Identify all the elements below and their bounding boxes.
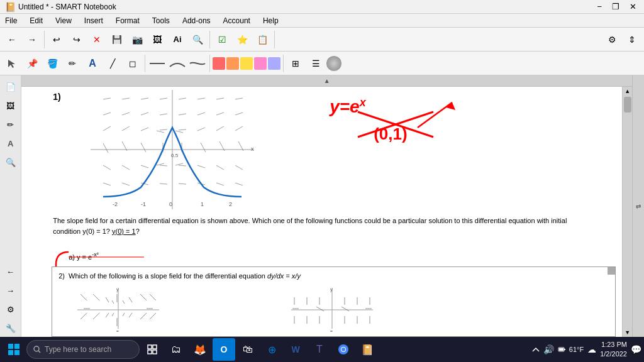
- color-red[interactable]: [213, 57, 225, 70]
- sidebar-new-page[interactable]: 📄: [2, 78, 19, 96]
- svg-marker-3: [8, 60, 15, 68]
- resize-handle[interactable]: [608, 267, 615, 275]
- menu-view[interactable]: View: [53, 15, 74, 26]
- pen-tool[interactable]: ✏: [63, 54, 82, 73]
- scroll-thumb[interactable]: [624, 97, 631, 112]
- right-panel-btn[interactable]: ⇄: [636, 203, 641, 210]
- delete-button[interactable]: ✕: [87, 30, 106, 49]
- svg-line-28: [235, 112, 243, 115]
- slope-field-graph: 0 -1 -2 1 2 x: [91, 90, 254, 209]
- sidebar-tools[interactable]: 🔧: [2, 319, 19, 337]
- svg-text:-1: -1: [141, 201, 146, 207]
- color-orange[interactable]: [226, 57, 239, 70]
- stamp-tool[interactable]: 📌: [23, 54, 42, 73]
- close-button[interactable]: ✕: [627, 2, 639, 11]
- menu-account[interactable]: Account: [221, 15, 253, 26]
- svg-line-63: [157, 163, 164, 165]
- color-yellow[interactable]: [240, 57, 253, 70]
- restore-button[interactable]: ❐: [609, 2, 622, 11]
- svg-line-22: [122, 112, 130, 115]
- zoom-button[interactable]: 🔍: [188, 30, 207, 49]
- svg-text:0.5: 0.5: [171, 153, 179, 158]
- ai-button[interactable]: Ai: [168, 30, 187, 49]
- taskbar-store[interactable]: 🛍: [236, 338, 259, 361]
- taskbar-explorer[interactable]: 🗂: [165, 338, 187, 361]
- select-tool[interactable]: [3, 54, 21, 73]
- fade-button[interactable]: [326, 56, 341, 71]
- menu-addons[interactable]: Add-ons: [180, 15, 213, 26]
- bars-button[interactable]: ☰: [306, 54, 325, 73]
- taskbar-edge[interactable]: ⊕: [260, 338, 283, 361]
- save-button[interactable]: [108, 30, 126, 49]
- line-style-curve1[interactable]: [168, 54, 187, 73]
- sidebar-search[interactable]: 🔍: [2, 153, 19, 171]
- svg-line-33: [179, 129, 186, 130]
- taskbar-outlook[interactable]: O: [213, 338, 235, 361]
- menu-insert[interactable]: Insert: [82, 15, 106, 26]
- check-button[interactable]: ☑: [213, 30, 231, 49]
- sidebar-gallery[interactable]: 🖼: [2, 97, 19, 114]
- sidebar-nav-left[interactable]: ←: [2, 263, 19, 280]
- line-style-straight[interactable]: [148, 54, 167, 73]
- menu-tools[interactable]: Tools: [150, 15, 172, 26]
- text-tool[interactable]: A: [83, 54, 102, 73]
- gallery-button[interactable]: 🖼: [148, 30, 167, 49]
- svg-point-122: [34, 346, 39, 351]
- svg-text:5: 5: [330, 329, 333, 332]
- volume-icon[interactable]: 🔊: [543, 344, 554, 354]
- task-view-button[interactable]: [141, 338, 164, 361]
- eraser-tool[interactable]: ◻: [123, 54, 142, 73]
- search-bar[interactable]: Type here to search: [26, 340, 140, 359]
- svg-line-57: [179, 184, 186, 184]
- line-tool[interactable]: ╱: [103, 54, 122, 73]
- taskbar-teams[interactable]: T: [308, 338, 331, 361]
- sidebar-nav-right[interactable]: →: [2, 282, 19, 299]
- back-button[interactable]: ←: [3, 30, 21, 49]
- scroll-up-arrow[interactable]: ▲: [623, 87, 631, 96]
- fill-tool[interactable]: 🪣: [43, 54, 62, 73]
- start-button[interactable]: [3, 338, 25, 361]
- svg-line-13: [103, 98, 111, 99]
- taskbar-smartnotebook[interactable]: 📔: [356, 338, 379, 361]
- clock: 1:23 PM 1/2/2022: [600, 340, 627, 359]
- menu-help[interactable]: Help: [260, 15, 281, 26]
- camera-button[interactable]: 📷: [128, 30, 147, 49]
- svg-line-82: [129, 297, 132, 302]
- scroll-button[interactable]: ⇕: [623, 30, 641, 49]
- canvas[interactable]: 1) 0 -1 -2 1 2 x: [21, 87, 622, 337]
- sidebar-text[interactable]: A: [2, 134, 19, 152]
- color-pink[interactable]: [254, 57, 267, 70]
- menu-file[interactable]: File: [3, 15, 19, 26]
- vertical-scrollbar[interactable]: ▲ ▼: [622, 87, 632, 337]
- pages-button[interactable]: 📋: [253, 30, 272, 49]
- menu-edit[interactable]: Edit: [27, 15, 45, 26]
- minimize-button[interactable]: −: [594, 2, 604, 11]
- redo-button[interactable]: ↪: [67, 30, 86, 49]
- grid-button[interactable]: ⊞: [286, 54, 305, 73]
- settings-button[interactable]: ⚙: [602, 30, 621, 49]
- undo-button[interactable]: ↩: [47, 30, 66, 49]
- svg-line-77: [80, 294, 87, 300]
- scroll-top-bar: ▲: [21, 75, 632, 87]
- menu-format[interactable]: Format: [113, 15, 142, 26]
- svg-rect-126: [148, 350, 152, 354]
- svg-line-84: [150, 294, 156, 300]
- toolbar-2: 📌 🪣 ✏ A ╱ ◻ ⊞ ☰: [0, 52, 644, 75]
- notification-button[interactable]: 💬: [631, 344, 641, 354]
- svg-line-68: [418, 102, 452, 128]
- sidebar-settings[interactable]: ⚙: [2, 300, 19, 318]
- color-blue[interactable]: [268, 57, 280, 70]
- star-button[interactable]: ⭐: [233, 30, 252, 49]
- svg-line-23: [141, 112, 148, 115]
- scroll-down-arrow[interactable]: ▼: [623, 328, 631, 337]
- taskbar-chrome[interactable]: [332, 338, 355, 361]
- svg-rect-120: [8, 350, 13, 355]
- line-style-curve2[interactable]: [188, 54, 207, 73]
- svg-line-91: [140, 313, 147, 319]
- taskbar-firefox[interactable]: 🦊: [189, 338, 211, 361]
- svg-line-81: [123, 300, 125, 304]
- forward-button[interactable]: →: [23, 30, 42, 49]
- taskbar: Type here to search 🗂 🦊 O 🛍 ⊕ W T 📔 🔊 61…: [0, 337, 644, 362]
- taskbar-word[interactable]: W: [284, 338, 307, 361]
- sidebar-pen[interactable]: ✏: [2, 116, 19, 133]
